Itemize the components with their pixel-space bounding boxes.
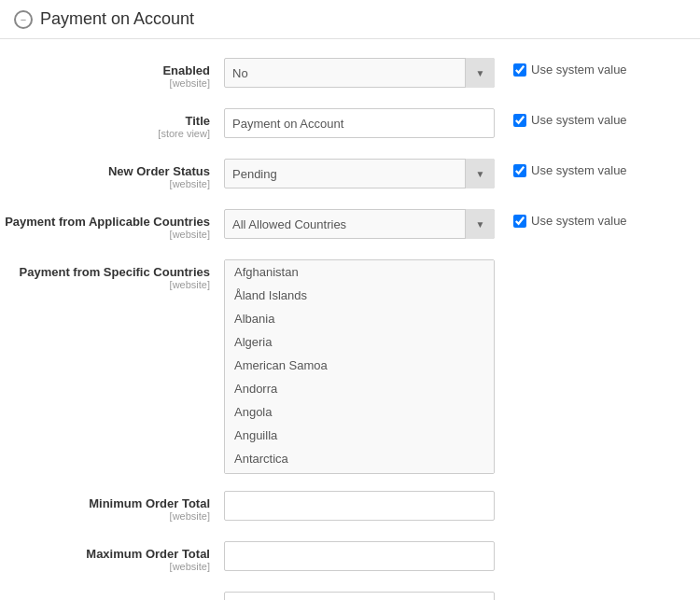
country-albania[interactable]: Albania (225, 307, 494, 330)
applicable-countries-label: Payment from Applicable Countries (0, 215, 210, 229)
sort-order-row: Sort Order [website] (0, 592, 700, 600)
min-order-label: Minimum Order Total (0, 496, 210, 510)
country-angola[interactable]: Angola (225, 400, 494, 424)
country-antarctica[interactable]: Antarctica (225, 447, 494, 470)
title-input[interactable] (224, 108, 495, 138)
enabled-select[interactable]: No Yes (224, 58, 495, 88)
page-title: Payment on Account (40, 9, 194, 29)
min-order-label-col: Minimum Order Total [website] (0, 491, 224, 522)
title-label: Title (0, 114, 210, 128)
max-order-row: Maximum Order Total [website] (0, 541, 700, 575)
title-system-value-text: Use system value (531, 113, 627, 127)
country-anguilla[interactable]: Anguilla (225, 424, 494, 447)
country-aland-islands[interactable]: Åland Islands (225, 284, 494, 307)
enabled-label: Enabled (0, 63, 210, 77)
order-status-input-col: Pending Processing Complete ▼ (224, 159, 495, 188)
max-order-input[interactable] (224, 541, 495, 571)
enabled-system-value-text: Use system value (531, 63, 627, 77)
title-label-col: Title [store view] (0, 108, 224, 139)
order-status-select-wrapper: Pending Processing Complete ▼ (224, 159, 495, 188)
applicable-countries-system-value-text: Use system value (531, 214, 627, 228)
max-order-input-col (224, 541, 495, 571)
payment-form: Enabled [website] No Yes ▼ Use system va… (0, 39, 700, 600)
specific-countries-label: Payment from Specific Countries (0, 265, 210, 279)
sort-order-input-col (224, 592, 495, 600)
country-american-samoa[interactable]: American Samoa (225, 354, 494, 377)
enabled-scope: [website] (0, 77, 210, 89)
order-status-row: New Order Status [website] Pending Proce… (0, 159, 700, 192)
enabled-select-wrapper: No Yes ▼ (224, 58, 495, 88)
applicable-countries-system-value-col: Use system value (495, 209, 627, 228)
order-status-label-col: New Order Status [website] (0, 159, 224, 189)
page-header: − Payment on Account (0, 0, 700, 39)
country-antigua-barbuda[interactable]: Antigua and Barbuda (225, 470, 494, 474)
enabled-label-col: Enabled [website] (0, 58, 224, 89)
country-afghanistan[interactable]: Afghanistan (225, 260, 494, 284)
title-system-value-col: Use system value (495, 108, 627, 127)
applicable-countries-select-wrapper: All Allowed Countries Specific Countries… (224, 209, 495, 239)
applicable-countries-input-col: All Allowed Countries Specific Countries… (224, 209, 495, 239)
applicable-countries-select[interactable]: All Allowed Countries Specific Countries (224, 209, 495, 239)
min-order-input-col (224, 491, 495, 521)
countries-list: Afghanistan Åland Islands Albania Algeri… (225, 260, 494, 474)
title-scope: [store view] (0, 128, 210, 139)
collapse-icon[interactable]: − (14, 10, 33, 29)
order-status-system-value-col: Use system value (495, 159, 627, 177)
specific-countries-listbox[interactable]: Afghanistan Åland Islands Albania Algeri… (224, 259, 495, 474)
applicable-countries-label-col: Payment from Applicable Countries [websi… (0, 209, 224, 240)
sort-order-label-col: Sort Order [website] (0, 592, 224, 600)
enabled-row: Enabled [website] No Yes ▼ Use system va… (0, 58, 700, 91)
min-order-scope: [website] (0, 510, 210, 522)
order-status-system-value-text: Use system value (531, 163, 627, 177)
applicable-countries-system-value-checkbox[interactable] (513, 215, 526, 228)
title-row: Title [store view] Use system value (0, 108, 700, 142)
max-order-scope: [website] (0, 561, 210, 572)
max-order-label-col: Maximum Order Total [website] (0, 541, 224, 572)
min-order-input[interactable] (224, 491, 495, 521)
applicable-countries-row: Payment from Applicable Countries [websi… (0, 209, 700, 243)
order-status-system-value-checkbox[interactable] (513, 164, 526, 177)
enabled-system-value-checkbox[interactable] (513, 63, 526, 77)
order-status-scope: [website] (0, 178, 210, 189)
sort-order-input[interactable] (224, 592, 495, 600)
min-order-row: Minimum Order Total [website] (0, 491, 700, 524)
specific-countries-scope: [website] (0, 279, 210, 290)
specific-countries-input-col: Afghanistan Åland Islands Albania Algeri… (224, 259, 495, 474)
country-andorra[interactable]: Andorra (225, 377, 494, 400)
enabled-system-value-col: Use system value (495, 58, 627, 77)
order-status-system-value-label: Use system value (513, 163, 627, 177)
max-order-label: Maximum Order Total (0, 547, 210, 561)
title-system-value-checkbox[interactable] (513, 114, 526, 127)
specific-countries-label-col: Payment from Specific Countries [website… (0, 259, 224, 290)
order-status-select[interactable]: Pending Processing Complete (224, 159, 495, 188)
specific-countries-row: Payment from Specific Countries [website… (0, 259, 700, 474)
enabled-system-value-label: Use system value (513, 63, 627, 77)
country-algeria[interactable]: Algeria (225, 330, 494, 354)
title-input-col (224, 108, 495, 138)
order-status-label: New Order Status (0, 164, 210, 178)
title-system-value-label: Use system value (513, 113, 627, 127)
applicable-countries-scope: [website] (0, 229, 210, 240)
applicable-countries-system-value-label: Use system value (513, 214, 627, 228)
enabled-input-col: No Yes ▼ (224, 58, 495, 88)
